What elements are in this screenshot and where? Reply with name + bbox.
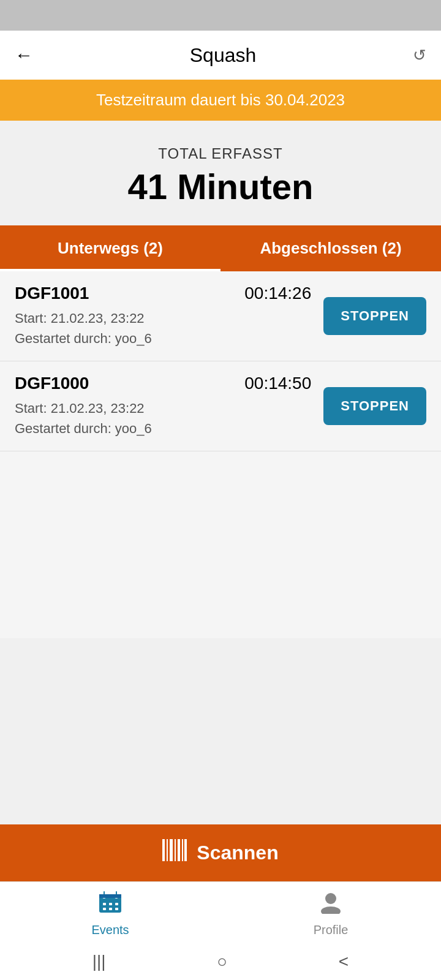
svg-rect-12: [103, 903, 106, 905]
svg-point-19: [321, 907, 341, 914]
svg-rect-3: [175, 839, 176, 861]
svg-rect-14: [115, 903, 118, 905]
nav-profile-label: Profile: [314, 923, 349, 937]
svg-rect-17: [115, 908, 118, 910]
tab-bar: Unterwegs (2) Abgeschlossen (2): [0, 225, 441, 271]
session-time: 00:14:50: [244, 374, 311, 393]
scan-label: Scannen: [197, 842, 278, 864]
session-start: Start: 21.02.23, 23:22: [15, 401, 145, 416]
nav-profile[interactable]: Profile: [221, 891, 441, 937]
session-started-by: Gestartet durch: yoo_6: [15, 421, 152, 436]
stop-button-1[interactable]: STOPPEN: [323, 297, 426, 335]
session-start: Start: 21.02.23, 23:22: [15, 311, 145, 326]
session-detail: Start: 21.02.23, 23:22 Gestartet durch: …: [15, 398, 311, 439]
svg-rect-13: [109, 903, 112, 905]
scan-bar[interactable]: Scannen: [0, 824, 441, 881]
sessions-list: DGF1001 00:14:26 Start: 21.02.23, 23:22 …: [0, 271, 441, 638]
total-section: TOTAL ERFASST 41 Minuten: [0, 121, 441, 225]
bottom-nav: Events Profile: [0, 881, 441, 943]
status-bar: [0, 0, 441, 31]
list-item: DGF1000 00:14:50 Start: 21.02.23, 23:22 …: [0, 361, 441, 451]
svg-point-18: [325, 893, 336, 904]
session-started-by: Gestartet durch: yoo_6: [15, 331, 152, 346]
stop-button-2[interactable]: STOPPEN: [323, 387, 426, 425]
session-time: 00:14:26: [244, 284, 311, 303]
session-detail: Start: 21.02.23, 23:22 Gestartet durch: …: [15, 308, 311, 349]
system-home-button[interactable]: ○: [217, 952, 227, 971]
profile-icon: [319, 891, 342, 919]
header: ← Squash ↺: [0, 31, 441, 80]
list-item-top: DGF1001 00:14:26: [15, 284, 311, 303]
svg-rect-4: [178, 839, 180, 861]
refresh-button[interactable]: ↺: [413, 46, 426, 65]
calendar-icon: [98, 891, 123, 919]
page-title: Squash: [190, 44, 257, 67]
system-back-button[interactable]: <: [339, 952, 349, 971]
list-item-info: DGF1001 00:14:26 Start: 21.02.23, 23:22 …: [15, 284, 311, 349]
tab-unterwegs[interactable]: Unterwegs (2): [0, 225, 221, 271]
system-nav: ||| ○ <: [0, 943, 441, 980]
nav-events-label: Events: [91, 923, 129, 937]
svg-rect-11: [99, 894, 121, 898]
svg-rect-0: [162, 839, 165, 861]
svg-rect-6: [184, 839, 187, 861]
tab-abgeschlossen[interactable]: Abgeschlossen (2): [221, 225, 441, 271]
list-item-info: DGF1000 00:14:50 Start: 21.02.23, 23:22 …: [15, 374, 311, 439]
banner-text: Testzeitraum dauert bis 30.04.2023: [96, 91, 345, 109]
svg-rect-5: [182, 839, 183, 861]
back-button[interactable]: ←: [15, 45, 33, 66]
session-id: DGF1001: [15, 284, 89, 303]
system-menu-button[interactable]: |||: [92, 952, 106, 971]
svg-rect-1: [167, 839, 168, 861]
svg-rect-2: [170, 839, 173, 861]
trial-banner: Testzeitraum dauert bis 30.04.2023: [0, 80, 441, 121]
session-id: DGF1000: [15, 374, 89, 393]
nav-events[interactable]: Events: [0, 891, 221, 937]
list-item: DGF1001 00:14:26 Start: 21.02.23, 23:22 …: [0, 271, 441, 361]
total-value: 41 Minuten: [12, 166, 429, 207]
empty-area: [0, 638, 441, 825]
svg-rect-16: [109, 908, 112, 910]
barcode-icon: [162, 839, 187, 867]
svg-rect-15: [103, 908, 106, 910]
total-label: TOTAL ERFASST: [12, 145, 429, 162]
list-item-top: DGF1000 00:14:50: [15, 374, 311, 393]
